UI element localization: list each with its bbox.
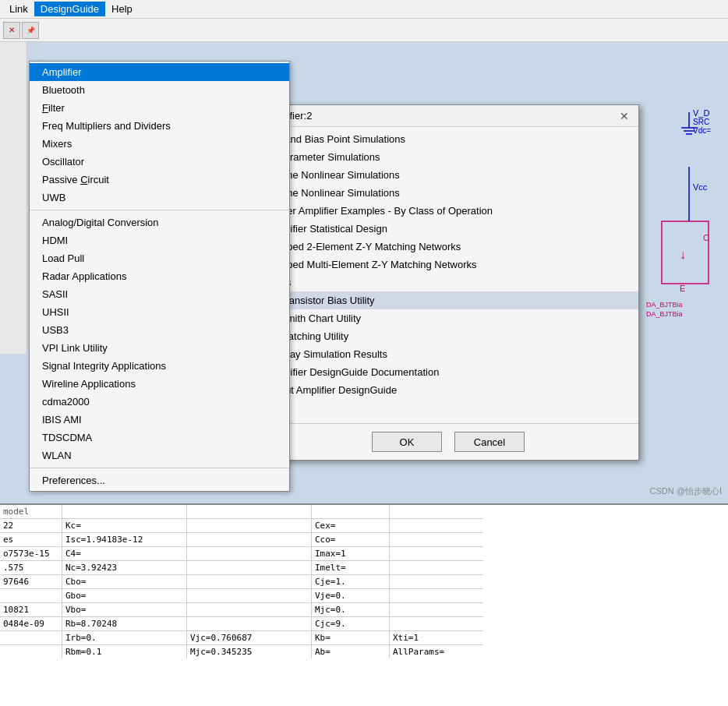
dialog-item-about[interactable]: About Amplifier DesignGuide bbox=[258, 381, 638, 399]
menu-item-mixers[interactable]: Mixers bbox=[30, 135, 289, 153]
dialog-item-2tone[interactable]: 2-Tone Nonlinear Simulations bbox=[258, 184, 638, 202]
menu-designguide[interactable]: DesignGuide bbox=[34, 2, 105, 16]
cell-cco: Cco= bbox=[312, 532, 390, 546]
menu-item-freq-mult[interactable]: Freq Multipliers and Dividers bbox=[30, 117, 289, 135]
menu-item-sasii[interactable]: SASII bbox=[30, 285, 289, 303]
menu-item-wlan[interactable]: WLAN bbox=[30, 447, 289, 464]
menu-item-hdmi[interactable]: HDMI bbox=[30, 231, 289, 249]
dialog-item-sparam[interactable]: S-Parameter Simulations bbox=[258, 148, 638, 166]
menu-item-preferences[interactable]: Preferences... bbox=[30, 471, 289, 489]
dialog-item-display-results[interactable]: Display Simulation Results bbox=[258, 345, 638, 363]
cell-kc: Kc= bbox=[62, 518, 187, 532]
dialog-item-pa-class[interactable]: Power Amplifier Examples - By Class of O… bbox=[258, 202, 638, 220]
dialog-content: DC and Bias Point Simulations S-Paramete… bbox=[258, 127, 638, 423]
toolbar-icon-2[interactable]: 📌 bbox=[22, 22, 39, 39]
menu-item-passive-circuit[interactable]: Passive Circuit bbox=[30, 171, 289, 189]
data-table: model 22 Kc= Cex= es Isc=1.94183e-12 Cco… bbox=[0, 503, 728, 706]
dialog-close-button[interactable]: ✕ bbox=[617, 110, 632, 122]
cell-irb: Irb=0. bbox=[62, 630, 187, 644]
cell-empty8 bbox=[390, 532, 483, 546]
cell-empty18 bbox=[187, 602, 312, 616]
cell-empty7 bbox=[187, 532, 312, 546]
menu-item-vpi[interactable]: VPI Link Utility bbox=[30, 339, 289, 357]
dialog-item-dg-docs[interactable]: Amplifier DesignGuide Documentation bbox=[258, 363, 638, 381]
dialog-titlebar: Amplifier:2 ✕ bbox=[258, 105, 638, 127]
dialog-item-matching[interactable]: Matching Utility bbox=[258, 327, 638, 345]
separator-2 bbox=[30, 468, 289, 468]
ok-button[interactable]: OK bbox=[372, 432, 442, 452]
cell-empty4 bbox=[390, 505, 483, 518]
svg-text:SRC: SRC bbox=[693, 118, 709, 126]
separator-1 bbox=[30, 210, 289, 210]
cell-xti: Xti=1 bbox=[390, 630, 483, 644]
menubar: Link DesignGuide Help bbox=[0, 0, 728, 19]
menu-item-amplifier[interactable]: Amplifier bbox=[30, 63, 289, 81]
cell-empty14 bbox=[390, 574, 483, 588]
cell-mjc2: Mjc=0.345235 bbox=[187, 644, 312, 658]
cell-97646: 97646 bbox=[0, 574, 62, 588]
cell-empty19 bbox=[390, 602, 483, 616]
dialog-item-stat-design[interactable]: Amplifier Statistical Design bbox=[258, 220, 638, 238]
menu-item-bluetooth[interactable]: Bluetooth bbox=[30, 81, 289, 99]
schematic-area: V_D SRC Vdc= Vcc ↓ E C DA_BJTBia DA_BJTB… bbox=[642, 42, 728, 354]
cell-575: .575 bbox=[0, 560, 62, 574]
menu-item-usb3[interactable]: USB3 bbox=[30, 321, 289, 339]
cell-empty10 bbox=[390, 546, 483, 560]
menu-item-filter[interactable]: Filter bbox=[30, 99, 289, 117]
cell-es: es bbox=[0, 532, 62, 546]
dialog-item-smith-chart[interactable]: Smith Chart Utility bbox=[258, 309, 638, 327]
svg-text:DA_BJTBia: DA_BJTBia bbox=[646, 310, 683, 318]
cell-vjc: Vjc=0.760687 bbox=[187, 630, 312, 644]
cell-empty17 bbox=[390, 588, 483, 602]
cell-allparams: AllParams= bbox=[390, 644, 483, 658]
svg-text:E: E bbox=[680, 284, 685, 293]
dialog-item-lumpedmulti[interactable]: Lumped Multi-Element Z-Y Matching Networ… bbox=[258, 256, 638, 274]
cell-empty1 bbox=[62, 505, 187, 518]
dialog-footer: OK Cancel bbox=[258, 423, 638, 460]
menu-item-wireline[interactable]: Wireline Applications bbox=[30, 375, 289, 393]
menu-item-uhsii[interactable]: UHSII bbox=[30, 303, 289, 321]
cell-imelt: Imelt= bbox=[312, 560, 390, 574]
cell-empty5 bbox=[187, 518, 312, 532]
dialog-item-tools-header: Tools bbox=[258, 274, 638, 291]
cell-cex: Cex= bbox=[312, 518, 390, 532]
menu-item-load-pull[interactable]: Load Pull bbox=[30, 249, 289, 267]
cell-empty11 bbox=[187, 560, 312, 574]
menu-item-ibis-ami[interactable]: IBIS AMI bbox=[30, 411, 289, 429]
cell-mjc1: Mjc=0. bbox=[312, 602, 390, 616]
cell-empty13 bbox=[187, 574, 312, 588]
dialog-item-dc-bias[interactable]: DC and Bias Point Simulations bbox=[258, 130, 638, 148]
cell-empty12 bbox=[390, 560, 483, 574]
cell-o7573e: o7573e-15 bbox=[0, 546, 62, 560]
menu-item-radar[interactable]: Radar Applications bbox=[30, 267, 289, 285]
cell-rbm: Rbm=0.1 bbox=[62, 644, 187, 658]
cancel-button[interactable]: Cancel bbox=[454, 432, 525, 452]
cell-empty15 bbox=[0, 588, 62, 602]
dropdown-menu: Amplifier Bluetooth Filter Freq Multipli… bbox=[29, 61, 290, 492]
menu-link[interactable]: Link bbox=[3, 2, 34, 16]
menu-help[interactable]: Help bbox=[105, 2, 139, 16]
menu-item-oscillator[interactable]: Oscillator bbox=[30, 153, 289, 171]
cell-empty16 bbox=[187, 588, 312, 602]
menu-item-cdma2000[interactable]: cdma2000 bbox=[30, 393, 289, 411]
cell-gbo: Gbo= bbox=[62, 588, 187, 602]
toolbar-icon-1[interactable]: ✕ bbox=[3, 22, 20, 39]
cell-kb: Kb= bbox=[312, 630, 390, 644]
menu-item-adc[interactable]: Analog/Digital Conversion bbox=[30, 214, 289, 231]
cell-model: model bbox=[0, 505, 62, 518]
cell-empty21 bbox=[390, 616, 483, 630]
cell-ab: Ab= bbox=[312, 644, 390, 658]
cell-vbo: Vbo= bbox=[62, 602, 187, 616]
cell-0484e: 0484e-09 bbox=[0, 616, 62, 630]
dialog-item-lumped2[interactable]: Lumped 2-Element Z-Y Matching Networks bbox=[258, 238, 638, 256]
dialog-item-transistor-bias[interactable]: Transistor Bias Utility bbox=[258, 291, 638, 309]
dialog-item-1tone[interactable]: 1-Tone Nonlinear Simulations bbox=[258, 166, 638, 184]
cell-isc: Isc=1.94183e-12 bbox=[62, 532, 187, 546]
menu-item-tdscdma[interactable]: TDSCDMA bbox=[30, 429, 289, 447]
cell-vje: Vje=0. bbox=[312, 588, 390, 602]
cell-empty9 bbox=[187, 546, 312, 560]
menu-item-uwb[interactable]: UWB bbox=[30, 189, 289, 207]
main-canvas: V_D SRC Vdc= Vcc ↓ E C DA_BJTBia DA_BJTB… bbox=[0, 42, 728, 706]
cell-rb: Rb=8.70248 bbox=[62, 616, 187, 630]
menu-item-signal-integrity[interactable]: Signal Integrity Applications bbox=[30, 357, 289, 375]
